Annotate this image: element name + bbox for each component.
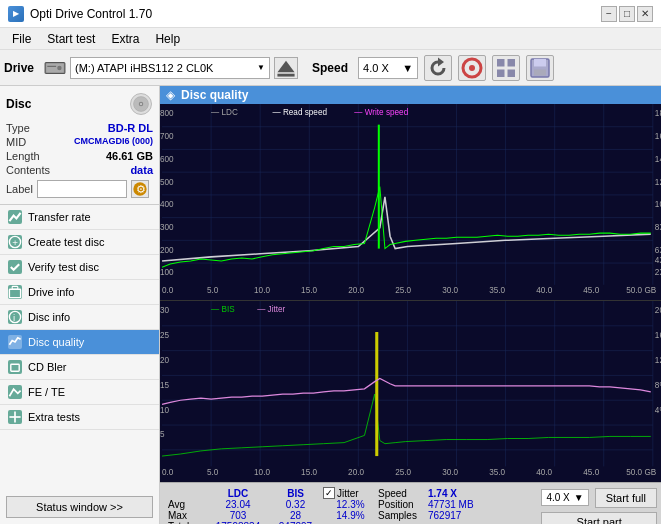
nav-drive-info-label: Drive info [28,286,74,298]
svg-text:25: 25 [160,331,170,340]
nav-fe-te[interactable]: FE / TE [0,380,159,405]
svg-text:12X: 12X [655,178,661,187]
svg-text:35.0: 35.0 [489,468,505,477]
drive-dropdown[interactable]: (M:) ATAPI iHBS112 2 CL0K ▼ [70,57,270,79]
minimize-button[interactable]: − [601,6,617,22]
nav-create-test-disc[interactable]: + Create test disc [0,230,159,255]
svg-text:700: 700 [160,132,174,141]
menu-start-test[interactable]: Start test [39,30,103,48]
jitter-checkbox[interactable]: ✓ [323,487,335,499]
menu-extra[interactable]: Extra [103,30,147,48]
charts-container: 800 700 600 500 400 300 200 100 18X 16X … [160,104,661,482]
title-bar-controls: − □ ✕ [601,6,653,22]
jitter-speed-dropdown[interactable]: 4.0 X ▼ [541,489,588,506]
svg-text:0.0: 0.0 [162,468,174,477]
disc-length-value: 46.61 GB [106,150,153,162]
start-part-button[interactable]: Start part [541,512,657,524]
disc-length-row: Length 46.61 GB [6,150,153,162]
transfer-rate-icon [8,210,22,224]
disc-label-row: Label ⚙ [6,180,153,198]
svg-rect-30 [160,104,661,300]
jitter-speed-arrow-icon: ▼ [574,492,584,503]
stats-bar: LDC BIS ✓ Jitter Speed 1.74 X Avg [160,482,661,524]
menu-help[interactable]: Help [147,30,188,48]
max-bis: 28 [268,510,323,521]
drive-value: (M:) ATAPI iHBS112 2 CL0K [75,62,213,74]
disc-label-label: Label [6,183,33,195]
drive-label: Drive [4,61,34,75]
disc-length-label: Length [6,150,40,162]
nav-extra-tests[interactable]: Extra tests [0,405,159,430]
right-panel: ◈ Disc quality [160,86,661,524]
svg-text:4X: 4X [655,256,661,265]
nav-fe-te-label: FE / TE [28,386,65,398]
nav-drive-info[interactable]: Drive info [0,280,159,305]
svg-text:400: 400 [160,200,174,209]
disc-mid-row: MID CMCMAGDI6 (000) [6,136,153,148]
toolbar: Drive (M:) ATAPI iHBS112 2 CL0K ▼ Speed … [0,50,661,86]
max-ldc: 703 [208,510,268,521]
disc-label-input[interactable] [37,180,127,198]
svg-rect-3 [47,65,56,66]
nav-disc-info[interactable]: i Disc info [0,305,159,330]
start-full-button[interactable]: Start full [595,488,657,508]
svg-text:+: + [12,237,18,248]
menu-file[interactable]: File [4,30,39,48]
svg-text:— Read speed: — Read speed [272,108,327,117]
refresh-button[interactable] [424,55,452,81]
disc-info-icon: i [8,310,22,324]
position-label: Position [378,499,428,510]
close-button[interactable]: ✕ [637,6,653,22]
avg-bis: 0.32 [268,499,323,510]
main-content: Disc Type BD-R DL MID CMCMAGDI6 (000) [0,86,661,524]
drive-info-icon [8,285,22,299]
burn-button[interactable] [458,55,486,81]
avg-jitter: 12.3% [323,499,378,510]
nav-disc-quality[interactable]: Disc quality [0,330,159,355]
svg-rect-11 [508,69,516,77]
nav-create-test-disc-label: Create test disc [28,236,104,248]
svg-point-2 [57,65,61,69]
svg-text:18X: 18X [655,109,661,118]
nav-verify-test-disc-label: Verify test disc [28,261,99,273]
svg-text:300: 300 [160,223,174,232]
svg-text:25.0: 25.0 [395,468,411,477]
maximize-button[interactable]: □ [619,6,635,22]
stats-content: LDC BIS ✓ Jitter Speed 1.74 X Avg [160,483,537,524]
jitter-speed-value: 4.0 X [546,492,569,503]
svg-text:15: 15 [160,381,170,390]
nav-verify-test-disc[interactable]: Verify test disc [0,255,159,280]
svg-rect-27 [11,364,19,371]
avg-ldc: 23.04 [208,499,268,510]
speed-value: 4.0 X [363,62,389,74]
chart-header: ◈ Disc quality [160,86,661,104]
disc-type-row: Type BD-R DL [6,122,153,134]
svg-text:— Jitter: — Jitter [257,306,285,315]
svg-text:10X: 10X [655,200,661,209]
svg-rect-80 [160,301,661,482]
disc-mid-label: MID [6,136,26,148]
status-window-section: Status window >> [6,496,153,518]
svg-text:6X: 6X [655,246,661,255]
top-chart-svg: 800 700 600 500 400 300 200 100 18X 16X … [160,104,661,300]
eject-button[interactable] [274,57,298,79]
jitter-check[interactable]: ✓ Jitter [323,487,378,499]
speed-dropdown[interactable]: 4.0 X ▼ [358,57,418,79]
ldc-header: LDC [208,487,268,499]
max-label: Max [168,510,208,521]
nav-cd-bler[interactable]: CD Bler [0,355,159,380]
drive-dropdown-arrow-icon: ▼ [257,63,265,72]
svg-text:20.0: 20.0 [348,286,364,295]
disc-label-button[interactable]: ⚙ [131,180,149,198]
settings-button[interactable] [492,55,520,81]
nav-transfer-rate[interactable]: Transfer rate [0,205,159,230]
save-button[interactable] [526,55,554,81]
svg-text:5.0: 5.0 [207,286,219,295]
svg-text:10.0: 10.0 [254,468,270,477]
bottom-chart: 30 25 20 15 10 5 20% 16% 12% 8% 4% 0.0 5… [160,301,661,482]
nav-transfer-rate-label: Transfer rate [28,211,91,223]
start-part-row: Start part [541,512,657,524]
disc-contents-label: Contents [6,164,50,176]
status-window-button[interactable]: Status window >> [6,496,153,518]
svg-text:10: 10 [160,406,170,415]
